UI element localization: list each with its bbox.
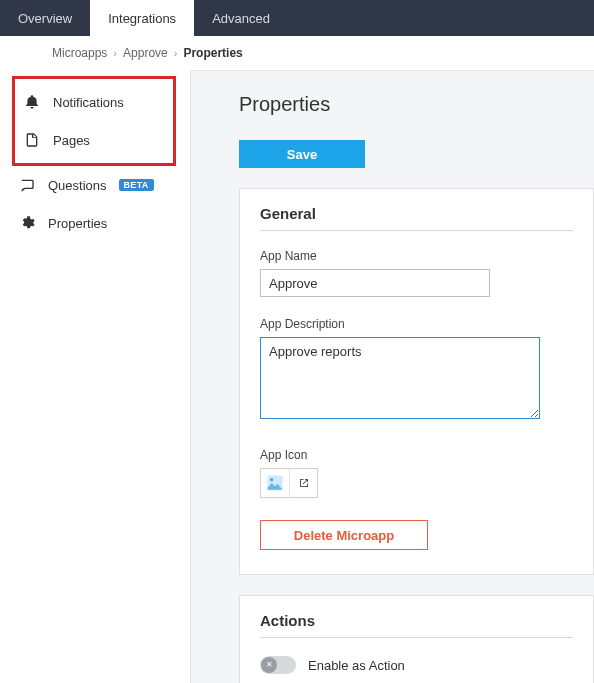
tab-advanced[interactable]: Advanced <box>194 0 288 36</box>
beta-badge: BETA <box>119 179 154 191</box>
app-icon-preview <box>261 469 289 497</box>
enable-action-toggle[interactable] <box>260 656 296 674</box>
app-name-input[interactable] <box>260 269 490 297</box>
app-name-label: App Name <box>260 249 573 263</box>
app-desc-textarea[interactable] <box>260 337 540 419</box>
svg-point-1 <box>270 478 273 481</box>
chat-icon <box>18 176 36 194</box>
chevron-right-icon: › <box>174 47 178 59</box>
annotation-highlight: Notifications Pages <box>12 76 176 166</box>
app-desc-label: App Description <box>260 317 573 331</box>
general-heading: General <box>260 205 573 231</box>
app-icon-label: App Icon <box>260 448 573 462</box>
sidebar-item-notifications[interactable]: Notifications <box>17 83 171 121</box>
change-icon-button[interactable] <box>289 469 317 497</box>
sidebar-item-label: Notifications <box>53 95 124 110</box>
main-content: Properties Save General App Name App Des… <box>190 70 594 683</box>
panel-actions: Actions Enable as Action <box>239 595 594 683</box>
tab-integrations[interactable]: Integrations <box>90 0 194 36</box>
sidebar-item-pages[interactable]: Pages <box>17 121 171 159</box>
breadcrumb: Microapps › Approve › Properties <box>0 36 594 70</box>
sidebar-item-label: Pages <box>53 133 90 148</box>
toggle-off-icon <box>261 657 277 673</box>
tab-overview[interactable]: Overview <box>0 0 90 36</box>
enable-action-label: Enable as Action <box>308 658 405 673</box>
chevron-right-icon: › <box>113 47 117 59</box>
crumb-approve[interactable]: Approve <box>123 46 168 60</box>
sidebar-item-label: Properties <box>48 216 107 231</box>
page-title: Properties <box>239 93 594 116</box>
save-button[interactable]: Save <box>239 140 365 168</box>
actions-heading: Actions <box>260 612 573 638</box>
sidebar-item-label: Questions <box>48 178 107 193</box>
sidebar-item-properties[interactable]: Properties <box>12 204 190 242</box>
sidebar-item-questions[interactable]: Questions BETA <box>12 166 190 204</box>
panel-general: General App Name App Description App Ico… <box>239 188 594 575</box>
top-tabs: Overview Integrations Advanced <box>0 0 594 36</box>
pages-icon <box>23 131 41 149</box>
bell-icon <box>23 93 41 111</box>
gear-icon <box>18 214 36 232</box>
delete-microapp-button[interactable]: Delete Microapp <box>260 520 428 550</box>
app-icon-picker[interactable] <box>260 468 318 498</box>
sidebar: Notifications Pages Questions BETA Prope… <box>0 70 190 683</box>
crumb-microapps[interactable]: Microapps <box>52 46 107 60</box>
crumb-current: Properties <box>183 46 242 60</box>
